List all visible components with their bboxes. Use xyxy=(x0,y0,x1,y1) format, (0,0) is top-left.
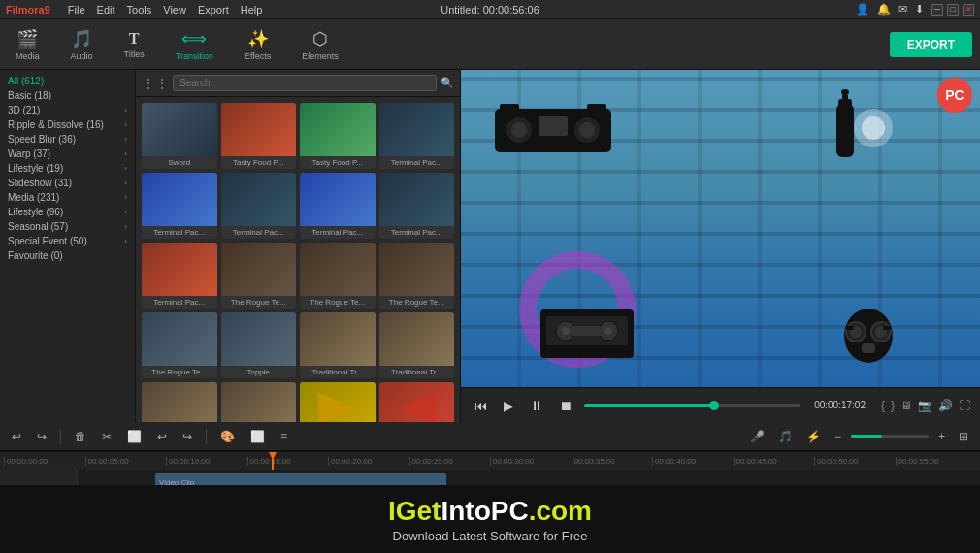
timeline-toolbar: ↩ ↪ 🗑 ✂ ⬜ ↩ ↪ 🎨 ⬜ ≡ 🎤 🎵 ⚡ − + ⊞ xyxy=(0,422,980,451)
snap-icon[interactable]: ⚡ xyxy=(802,428,825,445)
transition-item[interactable]: Traditional Tr... xyxy=(221,382,297,422)
pause-button[interactable]: ⏸ xyxy=(526,396,547,415)
media-icon: 🎬 xyxy=(16,28,38,49)
transition-item[interactable]: Tasty Food P... xyxy=(300,103,376,169)
stop-button[interactable]: ⏹ xyxy=(555,396,576,415)
fit-icon[interactable]: ⊞ xyxy=(955,428,972,445)
menu-file[interactable]: File xyxy=(68,4,85,16)
transition-icon: ⟺ xyxy=(181,28,207,49)
cut-button[interactable]: ✂ xyxy=(98,428,115,445)
progress-bar[interactable] xyxy=(584,404,800,407)
transitions-grid: SwordTasty Food P...Tasty Food P...Termi… xyxy=(136,97,460,422)
undo-button[interactable]: ↩ xyxy=(8,428,25,445)
category-lifestyle2[interactable]: Lifestyle (96)› xyxy=(0,205,135,219)
transition-item[interactable]: The Rogue Te... xyxy=(142,312,217,378)
transition-item[interactable]: Traditional Tr... xyxy=(142,382,217,422)
fullscreen-icon[interactable]: ⛶ xyxy=(959,399,970,412)
delete-button[interactable]: 🗑 xyxy=(71,428,90,445)
category-basic[interactable]: Basic (18) xyxy=(0,88,135,103)
play-button[interactable]: ▶ xyxy=(500,396,518,415)
category-speed-blur[interactable]: Speed Blur (36)› xyxy=(0,132,135,146)
transition-item[interactable]: Traditional Tr... xyxy=(300,312,376,378)
toolbar-transition[interactable]: ⟺ Transition xyxy=(168,24,221,65)
transition-item[interactable]: The Rogue Te... xyxy=(300,243,376,309)
transition-item[interactable]: Terminal Pac... xyxy=(300,173,376,239)
category-warp[interactable]: Warp (37)› xyxy=(0,146,135,161)
crop-button[interactable]: ⬜ xyxy=(123,428,146,445)
transition-item[interactable]: Travel Adven... xyxy=(379,382,455,422)
toolbar-media[interactable]: 🎬 Media xyxy=(8,24,48,65)
transition-label: Topple xyxy=(221,366,297,378)
transition-item[interactable]: The Rogue Te... xyxy=(379,243,455,309)
window-controls-group[interactable]: ─ □ ✕ xyxy=(931,4,974,16)
ruler-mark: 00:00:20:00 xyxy=(328,457,409,466)
transition-item[interactable]: Travel Adven... xyxy=(300,382,376,422)
transition-label: Terminal Pac... xyxy=(221,226,297,239)
playhead[interactable] xyxy=(272,452,274,470)
music-icon[interactable]: 🎵 xyxy=(774,428,797,445)
elements-icon: ⬡ xyxy=(312,28,328,49)
transition-panel: ⋮⋮ 🔍 SwordTasty Food P...Tasty Food P...… xyxy=(136,70,461,422)
category-favourite[interactable]: Favourite (0) xyxy=(0,248,135,263)
category-special-event[interactable]: Special Event (50)› xyxy=(0,234,135,248)
close-button[interactable]: ✕ xyxy=(963,4,974,16)
search-input[interactable] xyxy=(173,75,437,91)
menu-tools[interactable]: Tools xyxy=(127,4,152,16)
transition-item[interactable]: Topple xyxy=(221,312,297,378)
rotate-right-button[interactable]: ↪ xyxy=(179,428,196,445)
toolbar-audio[interactable]: 🎵 Audio xyxy=(63,24,101,65)
skip-back-button[interactable]: ⏮ xyxy=(471,396,492,415)
menu-edit[interactable]: Edit xyxy=(97,4,115,16)
toolbar-elements[interactable]: ⬡ Elements xyxy=(294,24,346,65)
zoom-slider[interactable] xyxy=(851,435,929,438)
ruler-mark: 00:00:25:00 xyxy=(409,457,491,466)
maximize-button[interactable]: □ xyxy=(947,4,959,16)
menu-view[interactable]: View xyxy=(163,4,186,16)
bracket-left-icon[interactable]: { xyxy=(881,399,885,412)
zoom-out-icon[interactable]: − xyxy=(831,428,845,445)
redo-button[interactable]: ↪ xyxy=(33,428,50,445)
toolbar-titles[interactable]: T Titles xyxy=(116,26,152,63)
app-logo: Filmora9 xyxy=(6,4,50,16)
color-button[interactable]: 🎨 xyxy=(216,428,239,445)
category-seasonal[interactable]: Seasonal (57)› xyxy=(0,219,135,234)
toolbar-effects[interactable]: ✨ Effects xyxy=(237,24,278,65)
menu-help[interactable]: Help xyxy=(241,4,263,16)
menu-export[interactable]: Export xyxy=(198,4,229,16)
screen-icon[interactable]: 🖥 xyxy=(900,399,912,412)
category-ripple[interactable]: Ripple & Dissolve (16)› xyxy=(0,117,135,132)
transition-item[interactable]: Traditional Tr... xyxy=(379,312,455,378)
transition-item[interactable]: Terminal Pac... xyxy=(221,173,297,239)
mic-icon[interactable]: 🎤 xyxy=(746,428,768,445)
audio-detach-button[interactable]: ≡ xyxy=(277,428,291,445)
transition-item[interactable]: Tasty Food P... xyxy=(221,103,297,169)
zoom-in-icon[interactable]: + xyxy=(934,428,949,445)
transition-label: The Rogue Te... xyxy=(300,296,376,309)
category-3d[interactable]: 3D (21)› xyxy=(0,103,135,117)
minimize-button[interactable]: ─ xyxy=(931,4,943,16)
site-name: IGetIntoPC.com xyxy=(388,496,592,527)
category-lifestyle1[interactable]: Lifestyle (19)› xyxy=(0,161,135,176)
transition-item[interactable]: Terminal Pac... xyxy=(142,243,217,309)
export-button[interactable]: EXPORT xyxy=(890,32,972,57)
svg-point-22 xyxy=(862,116,885,140)
category-all[interactable]: All (612) xyxy=(0,74,135,88)
video-preview: PC xyxy=(461,70,980,387)
category-media[interactable]: Media (231)› xyxy=(0,190,135,205)
transition-item[interactable]: The Rogue Te... xyxy=(221,243,297,309)
svg-point-6 xyxy=(579,122,595,138)
rotate-left-button[interactable]: ↩ xyxy=(153,428,171,445)
volume-icon[interactable]: 🔊 xyxy=(938,399,953,412)
preview-panel: PC ⏮ ▶ ⏸ ⏹ 00:00:17:02 { } 🖥 📷 🔊 ⛶ xyxy=(461,70,980,422)
svg-rect-29 xyxy=(846,326,854,330)
category-slideshow[interactable]: Slideshow (31)› xyxy=(0,176,135,190)
bracket-right-icon[interactable]: } xyxy=(891,399,895,412)
split-button[interactable]: ⬜ xyxy=(246,428,269,445)
grid-view-icon[interactable]: ⋮⋮ xyxy=(142,76,169,91)
transition-item[interactable]: Terminal Pac... xyxy=(379,103,455,169)
transition-item[interactable]: Sword xyxy=(142,103,217,169)
camera-icon[interactable]: 📷 xyxy=(918,399,932,412)
transition-label: Sword xyxy=(142,156,217,169)
transition-item[interactable]: Terminal Pac... xyxy=(379,173,455,239)
transition-item[interactable]: Terminal Pac... xyxy=(142,173,217,239)
